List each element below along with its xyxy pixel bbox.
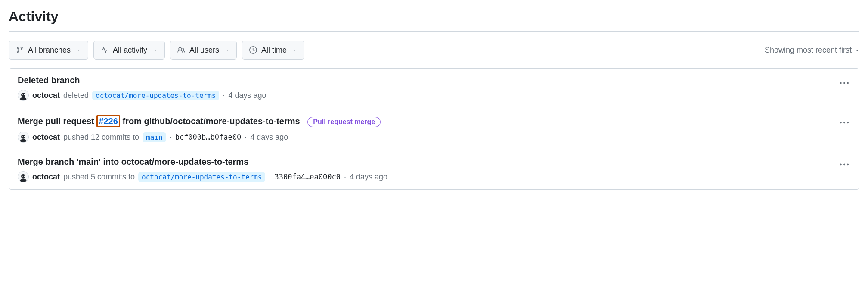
branch-chip[interactable]: main xyxy=(143,132,166,142)
avatar[interactable] xyxy=(18,171,29,182)
svg-point-8 xyxy=(22,136,23,137)
timestamp: 4 days ago xyxy=(250,133,288,142)
activity-title-prefix: Deleted branch xyxy=(18,75,80,85)
separator-dot: · xyxy=(223,91,225,100)
separator-dot: · xyxy=(269,172,271,182)
people-icon xyxy=(177,46,185,54)
activity-filter-button[interactable]: All activity xyxy=(93,41,165,60)
action-text: deleted xyxy=(63,91,89,100)
svg-point-14 xyxy=(24,176,25,177)
caret-down-icon xyxy=(153,48,158,52)
timestamp: 4 days ago xyxy=(350,172,388,182)
git-branch-icon xyxy=(16,46,24,54)
activity-detail: octocat pushed 12 commits to main · bcf0… xyxy=(18,132,850,143)
branch-chip[interactable]: octocat/more-updates-to-terms xyxy=(138,172,265,182)
activity-filter-label: All activity xyxy=(113,46,147,55)
activity-item: Deleted branch octocat deleted octocat/m… xyxy=(9,69,859,108)
activity-title-suffix: from github/octocat/more-updates-to-term… xyxy=(120,116,300,126)
clock-icon xyxy=(249,46,257,54)
filter-row: All branches All activity All users All … xyxy=(9,41,859,60)
svg-point-6 xyxy=(21,135,25,139)
separator-dot: · xyxy=(245,133,247,142)
svg-point-11 xyxy=(21,174,25,179)
users-filter-label: All users xyxy=(189,46,219,55)
action-text: pushed 5 commits to xyxy=(63,172,135,182)
activity-title[interactable]: Merge pull request #226 from github/octo… xyxy=(18,115,850,127)
activity-title[interactable]: Merge branch 'main' into octocat/more-up… xyxy=(18,157,850,167)
sha-range[interactable]: 3300fa4…ea000c0 xyxy=(274,172,341,181)
sort-order-label: Showing most recent first xyxy=(765,46,852,55)
caret-down-icon xyxy=(855,46,859,55)
time-filter-button[interactable]: All time xyxy=(242,41,304,60)
sha-range[interactable]: bcf000b…b0fae00 xyxy=(175,133,242,141)
svg-point-3 xyxy=(22,94,23,95)
activity-item: Merge pull request #226 from github/octo… xyxy=(9,108,859,150)
username[interactable]: octocat xyxy=(32,91,60,100)
svg-point-9 xyxy=(24,136,25,137)
caret-down-icon xyxy=(293,48,297,52)
activity-title[interactable]: Deleted branch xyxy=(18,75,850,85)
branches-filter-label: All branches xyxy=(28,46,71,55)
activity-type-badge: Pull request merge xyxy=(307,117,381,127)
pulse-icon xyxy=(101,46,108,54)
svg-point-13 xyxy=(22,176,23,177)
username[interactable]: octocat xyxy=(32,133,60,142)
page-title: Activity xyxy=(9,9,859,31)
item-actions-button[interactable] xyxy=(838,117,850,130)
avatar[interactable] xyxy=(18,132,29,143)
svg-point-1 xyxy=(21,93,25,97)
activity-item: Merge branch 'main' into octocat/more-up… xyxy=(9,150,859,189)
timestamp: 4 days ago xyxy=(228,91,266,100)
branches-filter-button[interactable]: All branches xyxy=(9,41,88,60)
separator-dot: · xyxy=(170,133,172,142)
activity-title-prefix: Merge branch 'main' into octocat/more-up… xyxy=(18,157,248,166)
avatar[interactable] xyxy=(18,90,29,101)
item-actions-button[interactable] xyxy=(838,77,850,91)
action-text: pushed 12 commits to xyxy=(63,133,139,142)
time-filter-label: All time xyxy=(261,46,287,55)
activity-detail: octocat deleted octocat/more-updates-to-… xyxy=(18,90,850,101)
activity-detail: octocat pushed 5 commits to octocat/more… xyxy=(18,171,850,182)
caret-down-icon xyxy=(77,48,81,52)
activity-list: Deleted branch octocat deleted octocat/m… xyxy=(9,68,859,190)
svg-point-4 xyxy=(24,94,25,95)
item-actions-button[interactable] xyxy=(838,159,850,172)
sort-order-button[interactable]: Showing most recent first xyxy=(765,46,859,55)
branch-chip[interactable]: octocat/more-updates-to-terms xyxy=(92,91,219,100)
users-filter-button[interactable]: All users xyxy=(170,41,237,60)
separator-dot: · xyxy=(344,172,346,182)
caret-down-icon xyxy=(225,48,229,52)
pr-number-link[interactable]: #226 xyxy=(99,116,118,126)
username[interactable]: octocat xyxy=(32,172,60,182)
activity-title-prefix: Merge pull request xyxy=(18,116,96,126)
header-divider xyxy=(9,31,859,32)
